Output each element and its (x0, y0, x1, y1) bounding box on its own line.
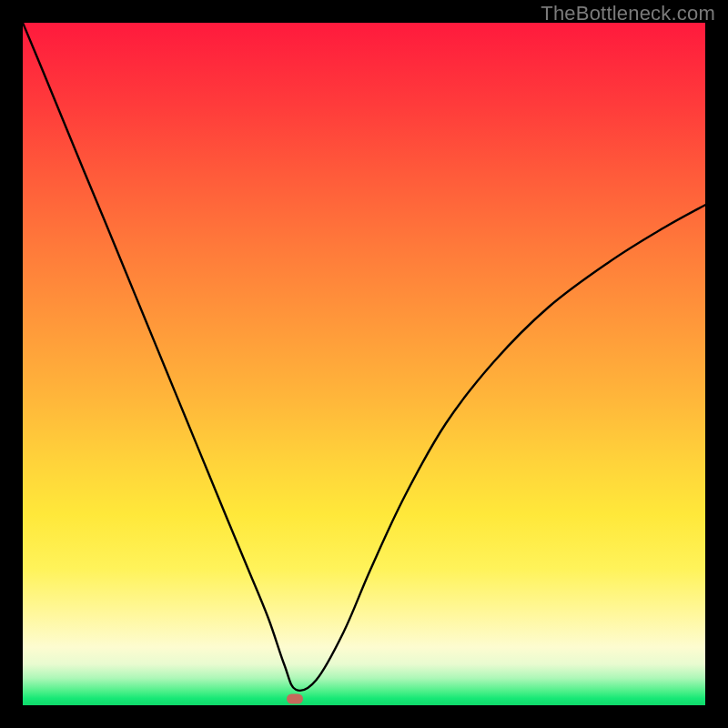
bottleneck-curve (23, 23, 705, 705)
chart-frame: TheBottleneck.com (0, 0, 728, 728)
watermark-text: TheBottleneck.com (541, 2, 715, 25)
plot-area (23, 23, 705, 705)
optimum-marker (287, 693, 303, 703)
